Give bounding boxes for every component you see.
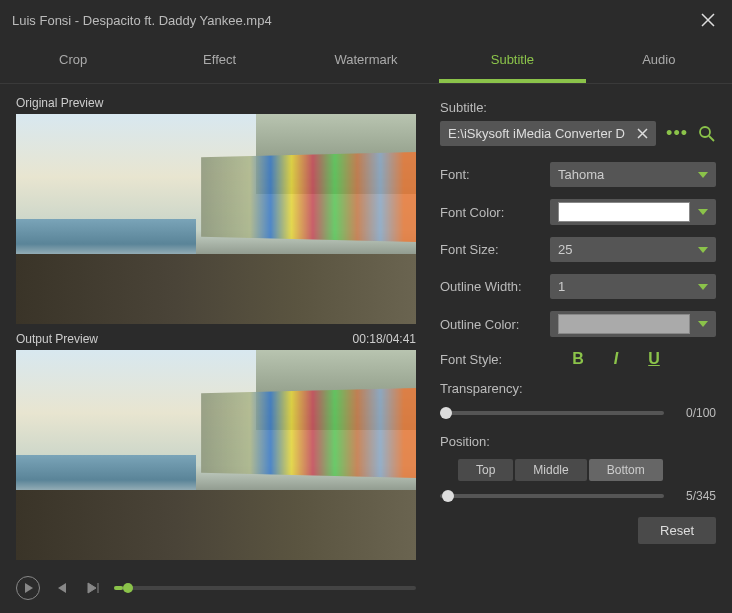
browse-icon[interactable]: •••: [666, 123, 688, 144]
outline-color-dropdown[interactable]: [550, 311, 716, 337]
tab-watermark[interactable]: Watermark: [293, 40, 439, 83]
reset-button[interactable]: Reset: [638, 517, 716, 544]
font-value: Tahoma: [558, 167, 604, 182]
original-preview-label: Original Preview: [16, 96, 416, 110]
transparency-value: 0/100: [676, 406, 716, 420]
chevron-down-icon: [698, 284, 708, 290]
outline-width-dropdown[interactable]: 1: [550, 274, 716, 299]
font-size-dropdown[interactable]: 25: [550, 237, 716, 262]
prev-frame-button[interactable]: [50, 577, 72, 599]
font-size-label: Font Size:: [440, 242, 550, 257]
svg-point-0: [700, 127, 710, 137]
original-preview: [16, 114, 416, 324]
chevron-down-icon: [698, 209, 708, 215]
outline-color-label: Outline Color:: [440, 317, 550, 332]
subtitle-path-value: E:\iSkysoft iMedia Converter D: [448, 126, 625, 141]
font-size-value: 25: [558, 242, 572, 257]
play-button[interactable]: [16, 576, 40, 600]
font-label: Font:: [440, 167, 550, 182]
position-value: 5/345: [676, 489, 716, 503]
subtitle-path-input[interactable]: E:\iSkysoft iMedia Converter D: [440, 121, 656, 146]
tab-crop[interactable]: Crop: [0, 40, 146, 83]
tab-effect[interactable]: Effect: [146, 40, 292, 83]
tabs-bar: Crop Effect Watermark Subtitle Audio: [0, 40, 732, 84]
font-color-swatch: [558, 202, 690, 222]
italic-button[interactable]: I: [606, 349, 626, 369]
next-frame-button[interactable]: [82, 577, 104, 599]
outline-color-swatch: [558, 314, 690, 334]
font-style-label: Font Style:: [440, 352, 550, 367]
chevron-down-icon: [698, 321, 708, 327]
subtitle-label: Subtitle:: [440, 100, 716, 115]
underline-button[interactable]: U: [644, 349, 664, 369]
position-bottom-button[interactable]: Bottom: [589, 459, 663, 481]
font-color-label: Font Color:: [440, 205, 550, 220]
bold-button[interactable]: B: [568, 349, 588, 369]
position-top-button[interactable]: Top: [458, 459, 513, 481]
chevron-down-icon: [698, 247, 708, 253]
output-preview: [16, 350, 416, 560]
tab-audio[interactable]: Audio: [586, 40, 732, 83]
tab-subtitle[interactable]: Subtitle: [439, 40, 585, 83]
position-middle-button[interactable]: Middle: [515, 459, 586, 481]
close-icon[interactable]: [696, 8, 720, 32]
transparency-label: Transparency:: [440, 381, 716, 396]
position-label: Position:: [440, 434, 716, 449]
search-icon[interactable]: [698, 125, 716, 143]
chevron-down-icon: [698, 172, 708, 178]
font-dropdown[interactable]: Tahoma: [550, 162, 716, 187]
scrubber[interactable]: [114, 586, 416, 590]
position-slider[interactable]: [440, 494, 664, 498]
font-color-dropdown[interactable]: [550, 199, 716, 225]
transparency-slider[interactable]: [440, 411, 664, 415]
window-title: Luis Fonsi - Despacito ft. Daddy Yankee.…: [12, 13, 272, 28]
output-preview-label: Output Preview: [16, 332, 98, 346]
outline-width-value: 1: [558, 279, 565, 294]
clear-subtitle-icon[interactable]: [637, 128, 648, 139]
outline-width-label: Outline Width:: [440, 279, 550, 294]
time-indicator: 00:18/04:41: [353, 332, 416, 346]
